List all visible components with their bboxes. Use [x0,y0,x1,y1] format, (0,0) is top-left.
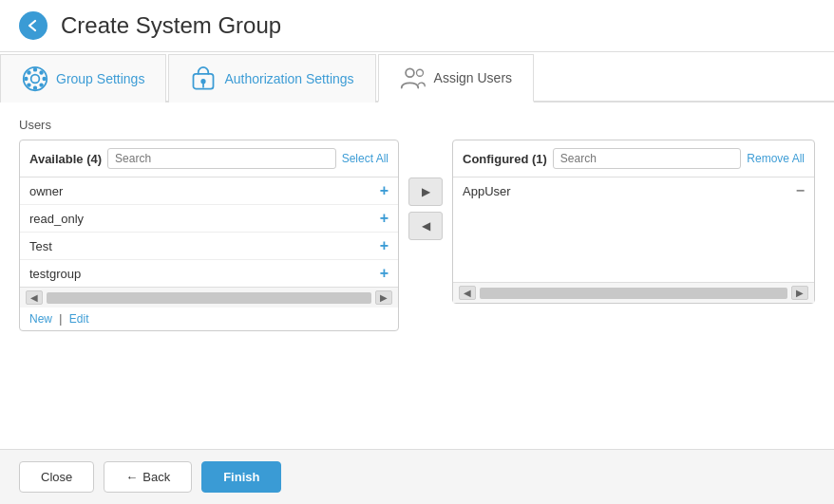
svg-point-7 [39,70,43,74]
configured-panel-title: Configured (1) [463,152,547,166]
transfer-area: Available (4) Select All owner + read_on… [19,140,815,331]
remove-item-button[interactable]: − [796,183,805,198]
select-all-button[interactable]: Select All [342,152,389,165]
page-title: Create System Group [61,12,281,39]
list-item: read_only + [20,205,398,233]
configured-scrollbar: ◀ ▶ [453,282,814,303]
svg-point-4 [24,77,28,81]
svg-point-14 [416,69,423,76]
move-left-button[interactable]: ◀ [408,212,443,240]
available-panel: Available (4) Select All owner + read_on… [19,140,399,331]
finish-button[interactable]: Finish [201,461,281,493]
page-footer: Close ← Back Finish [0,449,834,504]
list-item: Test + [20,233,398,260]
item-name: testgroup [29,267,81,281]
configured-panel: Configured (1) Remove All AppUser − ◀ ▶ [452,140,815,304]
back-button-footer[interactable]: ← Back [104,461,192,493]
available-panel-title: Available (4) [29,152,102,166]
svg-point-9 [39,83,43,86]
svg-point-3 [33,85,37,89]
page-header: Create System Group [0,0,834,52]
list-item: AppUser − [453,177,814,204]
section-label: Users [19,118,815,132]
available-search-input[interactable] [107,148,336,169]
tab-assign-users[interactable]: Assign Users [378,54,534,103]
assign-users-icon [400,65,426,91]
add-item-button[interactable]: + [380,183,389,198]
scroll-left-arrow[interactable]: ◀ [459,286,476,300]
item-name: read_only [29,212,84,226]
available-items-list: owner + read_only + Test + testgroup + [20,177,398,287]
scroll-right-arrow[interactable]: ▶ [375,290,392,305]
configured-search-input[interactable] [553,148,741,169]
move-right-button[interactable]: ▶ [408,177,443,206]
back-label: Back [142,470,170,484]
add-item-button[interactable]: + [380,266,389,281]
tab-assign-users-label: Assign Users [434,70,512,85]
add-item-button[interactable]: + [380,238,389,253]
group-settings-icon [22,65,48,92]
tab-authorization-settings[interactable]: Authorization Settings [168,54,375,103]
close-button[interactable]: Close [19,461,94,493]
content-area: Users Available (4) Select All owner + r… [0,103,834,449]
back-button[interactable] [19,11,47,40]
configured-items-list: AppUser − [453,177,814,282]
scroll-track [47,292,371,304]
scroll-track [480,288,787,299]
tab-authorization-settings-label: Authorization Settings [224,71,353,86]
authorization-settings-icon [190,65,217,92]
transfer-buttons: ▶ ◀ [408,140,443,240]
list-item: owner + [20,177,398,205]
add-item-button[interactable]: + [380,211,389,226]
page-wrapper: Create System Group Group Settin [0,0,834,504]
available-scrollbar: ◀ ▶ [20,287,398,308]
svg-point-6 [27,70,30,74]
tab-group-settings[interactable]: Group Settings [0,54,166,103]
svg-point-5 [42,77,46,81]
scroll-right-arrow[interactable]: ▶ [791,286,808,300]
svg-point-2 [33,67,37,71]
edit-link[interactable]: Edit [69,312,89,326]
back-arrow-icon: ← [125,470,138,484]
configured-panel-header: Configured (1) Remove All [453,140,814,177]
item-name: AppUser [463,184,511,198]
svg-point-13 [406,68,414,77]
svg-point-1 [31,75,40,84]
scroll-left-arrow[interactable]: ◀ [26,290,43,305]
remove-all-button[interactable]: Remove All [747,152,805,165]
available-panel-footer: New | Edit [20,308,398,330]
available-panel-header: Available (4) Select All [20,140,398,177]
tabs-bar: Group Settings Authorization Settings [0,52,834,103]
item-name: owner [29,184,63,198]
tab-group-settings-label: Group Settings [56,71,144,86]
list-item: testgroup + [20,260,398,287]
footer-separator: | [59,312,62,326]
item-name: Test [29,239,52,253]
svg-point-8 [27,83,30,86]
new-link[interactable]: New [29,312,52,326]
